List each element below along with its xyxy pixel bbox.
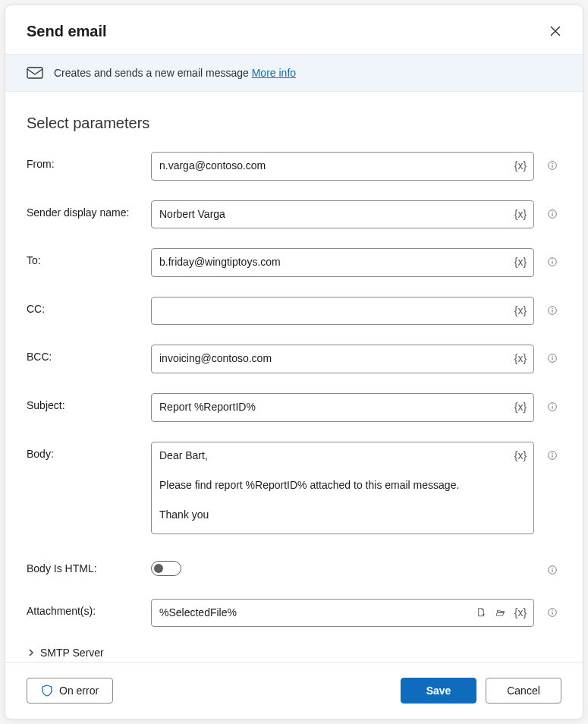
smtp-server-label: SMTP Server — [40, 647, 104, 659]
smtp-server-expander[interactable]: SMTP Server — [27, 647, 561, 659]
field-row-body: Body: {x} — [27, 442, 561, 537]
info-icon — [548, 255, 557, 269]
field-info-button[interactable] — [543, 398, 561, 416]
subject-label: Subject: — [27, 393, 142, 411]
subject-input[interactable] — [151, 393, 534, 422]
field-info-button[interactable] — [543, 301, 561, 320]
bcc-input[interactable] — [151, 345, 534, 373]
dialog-title: Send email — [27, 23, 107, 40]
svg-point-22 — [552, 452, 552, 453]
cancel-label: Cancel — [507, 685, 540, 697]
on-error-label: On error — [59, 685, 99, 697]
info-icon — [548, 159, 557, 172]
field-info-button[interactable] — [543, 205, 561, 223]
svg-point-16 — [552, 356, 552, 357]
insert-variable-button[interactable]: {x} — [511, 301, 530, 320]
insert-variable-button[interactable]: {x} — [511, 603, 530, 622]
variable-icon: {x} — [514, 449, 527, 461]
info-icon — [548, 563, 557, 577]
dialog-header: Send email — [5, 5, 583, 54]
field-row-sender: Sender display name: {x} — [27, 200, 561, 229]
cc-input[interactable] — [151, 297, 534, 326]
shield-icon — [41, 685, 53, 697]
dialog-content: Select parameters From: {x} Sender displ… — [5, 92, 583, 662]
mail-icon — [27, 67, 43, 79]
field-row-attachments: Attachment(s): {x} — [27, 599, 561, 628]
info-icon — [548, 449, 557, 462]
svg-rect-2 — [27, 68, 42, 78]
svg-point-25 — [552, 567, 552, 568]
folder-open-icon — [496, 606, 505, 619]
body-html-label: Body Is HTML: — [27, 556, 142, 574]
insert-variable-button[interactable]: {x} — [511, 446, 530, 464]
insert-variable-button[interactable]: {x} — [511, 398, 530, 416]
toggle-knob — [154, 564, 163, 573]
svg-point-7 — [552, 211, 552, 212]
select-file-button[interactable] — [472, 603, 490, 622]
chevron-right-icon — [27, 648, 36, 657]
field-row-from: From: {x} — [27, 152, 561, 181]
info-banner: Creates and sends a new email message Mo… — [5, 54, 583, 92]
info-icon — [548, 351, 557, 365]
close-button[interactable] — [543, 19, 568, 43]
cancel-button[interactable]: Cancel — [486, 678, 561, 704]
insert-variable-button[interactable]: {x} — [511, 156, 530, 175]
field-row-body-html: Body Is HTML: — [27, 556, 561, 579]
cc-label: CC: — [27, 297, 142, 315]
field-info-button[interactable] — [543, 561, 561, 579]
footer-right: Save Cancel — [401, 678, 561, 704]
from-label: From: — [27, 152, 142, 170]
variable-icon: {x} — [514, 208, 527, 220]
info-icon — [548, 304, 557, 317]
body-input[interactable] — [151, 442, 534, 534]
body-html-toggle[interactable] — [151, 561, 181, 576]
attachments-label: Attachment(s): — [27, 599, 142, 617]
banner-text: Creates and sends a new email message — [54, 67, 252, 79]
more-info-link[interactable]: More info — [252, 67, 296, 79]
bcc-label: BCC: — [27, 345, 142, 363]
to-label: To: — [27, 248, 142, 266]
to-input[interactable] — [151, 248, 534, 277]
field-info-button[interactable] — [543, 603, 561, 622]
variable-icon: {x} — [514, 159, 527, 172]
file-add-icon — [476, 606, 486, 619]
browse-folder-button[interactable] — [492, 603, 510, 622]
info-icon — [548, 606, 557, 619]
sender-label: Sender display name: — [27, 200, 142, 219]
insert-variable-button[interactable]: {x} — [511, 349, 530, 367]
save-button[interactable]: Save — [401, 678, 476, 704]
svg-point-10 — [552, 260, 552, 260]
save-label: Save — [426, 685, 451, 697]
variable-icon: {x} — [514, 606, 527, 619]
variable-icon: {x} — [514, 352, 527, 364]
send-email-dialog: Send email Creates and sends a new email… — [5, 5, 583, 719]
variable-icon: {x} — [514, 401, 527, 413]
svg-point-13 — [552, 308, 552, 309]
info-banner-text: Creates and sends a new email message Mo… — [54, 67, 296, 79]
field-row-cc: CC: {x} — [27, 297, 561, 326]
svg-point-4 — [552, 163, 552, 164]
field-info-button[interactable] — [543, 156, 561, 175]
from-input[interactable] — [151, 152, 534, 181]
field-info-button[interactable] — [543, 253, 561, 271]
variable-icon: {x} — [514, 256, 527, 268]
insert-variable-button[interactable]: {x} — [511, 253, 530, 271]
field-info-button[interactable] — [543, 446, 561, 464]
svg-point-19 — [552, 404, 552, 405]
info-icon — [548, 400, 557, 414]
field-row-subject: Subject: {x} — [27, 393, 561, 422]
dialog-footer: On error Save Cancel — [5, 662, 583, 719]
field-row-to: To: {x} — [27, 248, 561, 277]
svg-point-30 — [552, 609, 552, 610]
variable-icon: {x} — [514, 304, 527, 316]
info-icon — [548, 207, 557, 221]
field-row-bcc: BCC: {x} — [27, 345, 561, 373]
body-label: Body: — [27, 442, 142, 460]
field-info-button[interactable] — [543, 349, 561, 367]
insert-variable-button[interactable]: {x} — [511, 205, 530, 223]
sender-input[interactable] — [151, 200, 534, 229]
section-title: Select parameters — [27, 115, 561, 132]
close-icon — [550, 26, 561, 36]
on-error-button[interactable]: On error — [27, 678, 113, 704]
